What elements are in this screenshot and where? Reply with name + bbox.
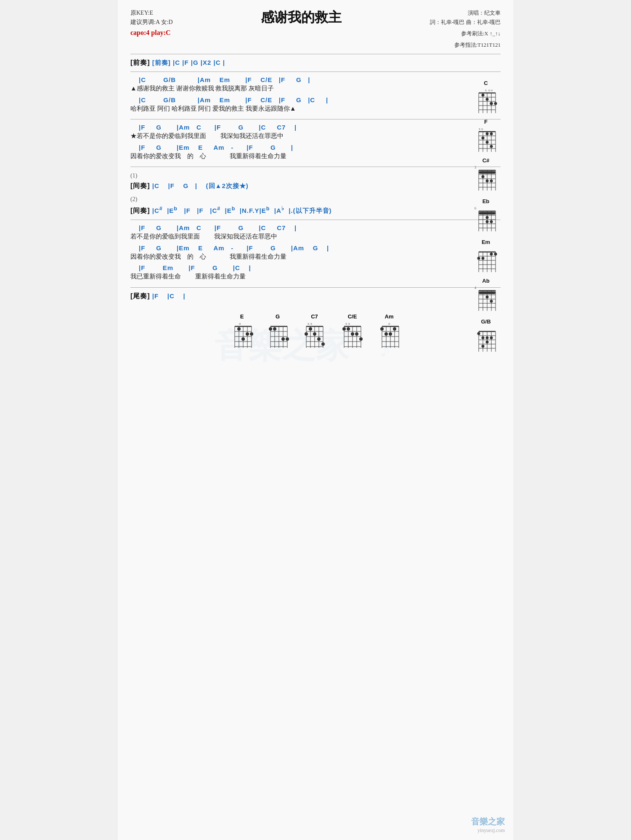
verse1-section: |C G/B |Am Em |F C/E |F G | ▲感谢我的救主 谢谢你救… [130, 76, 501, 115]
svg-point-14 [246, 332, 249, 336]
svg-point-44 [313, 332, 316, 336]
verse1-lyric2: 哈利路亚 阿们 哈利路亚 阿们 爱我的救主 我要永远跟随你▲ [130, 104, 501, 114]
interlude2-bracket: [间奏] [130, 207, 150, 214]
svg-point-60 [355, 332, 358, 336]
verse2-chord2: |F G |Em E Am - |F G |Am G | [130, 244, 501, 252]
svg-point-90 [485, 98, 488, 101]
key-info: 原KEY:E 建议男调:A 女:D capo:4 play:C [130, 8, 173, 38]
svg-point-29 [286, 337, 289, 341]
right-chord-cs-grid: 3 [472, 164, 500, 194]
site-footer: 音樂之家 yinyuezj.com [471, 816, 505, 834]
svg-point-105 [485, 132, 488, 135]
verse1-chord2: |C G/B |Am Em |F C/E |F G |C | [130, 96, 501, 103]
svg-text:x  o o: x o o [485, 88, 493, 92]
header: 原KEY:E 建议男调:A 女:D capo:4 play:C 感谢我的救主 演… [130, 8, 501, 50]
outro-chords: |F |C | [152, 292, 186, 299]
strum1: 参考刷法:X ↑_↑↓ [430, 29, 501, 38]
svg-point-166 [485, 296, 488, 299]
chorus1-row1: |F G |Am C |F G |C C7 | ★若不是你的爱临到我里面 我深知… [130, 124, 501, 143]
svg-point-61 [342, 327, 346, 331]
chord-c7-grid: x x [300, 321, 329, 350]
header-divider [130, 54, 501, 54]
section2-divider [130, 119, 501, 119]
original-key: 原KEY:E [130, 8, 173, 18]
svg-point-122 [481, 175, 484, 178]
svg-point-107 [481, 137, 484, 140]
title-area: 感谢我的救主 [173, 8, 430, 27]
suggest-key: 建议男调:A 女:D [130, 18, 173, 27]
svg-point-59 [351, 332, 354, 336]
chord-am-grid: o [376, 321, 403, 350]
svg-point-183 [481, 345, 484, 348]
chord-e-name: E [240, 313, 244, 320]
svg-rect-136 [479, 212, 496, 215]
right-chord-cs: C# 3 [472, 157, 500, 194]
svg-rect-165 [479, 291, 496, 294]
svg-point-124 [490, 180, 493, 183]
verse1-row1: |C G/B |Am Em |F C/E |F G | ▲感谢我的救主 谢谢你救… [130, 76, 501, 95]
svg-point-62 [359, 337, 363, 341]
svg-point-137 [485, 216, 488, 219]
verse1-chord1: |C G/B |Am Em |F C/E |F G | [130, 76, 501, 83]
capo-info: capo:4 play:C [130, 27, 173, 38]
right-chord-em-grid [472, 246, 500, 273]
svg-rect-121 [479, 171, 496, 174]
right-chord-c: C x o o [472, 80, 500, 114]
svg-text:6: 6 [475, 207, 476, 210]
svg-text:o: o [388, 321, 390, 326]
outro-label: [尾奏] [130, 292, 150, 299]
verse2-chord3: |F Em |F G |C | [130, 264, 501, 271]
svg-point-151 [494, 253, 497, 256]
right-chord-c-grid: x o o [472, 87, 500, 114]
verse2-row3: |F Em |F G |C | 我已重新得着生命 重新得着生命力量 [130, 264, 501, 283]
svg-text:x x: x x [479, 127, 483, 131]
svg-point-58 [347, 327, 350, 331]
right-chord-em-name: Em [482, 239, 490, 245]
chorus1-section: |F G |Am C |F G |C C7 | ★若不是你的爱临到我里面 我深知… [130, 124, 501, 162]
chorus1-row2: |F G |Em E Am - |F G | 因着你的爱改变我 的 心 我重新得… [130, 144, 501, 163]
right-chord-ab-grid: 4 [472, 285, 500, 314]
interlude1-bracket: [间奏] [130, 182, 150, 189]
music-content: [前奏] [前奏] |C |F |G |X2 |C | |C G/B |Am E… [130, 58, 501, 350]
verse2-row2: |F G |Em E Am - |F G |Am G | 因着你的爱改变我 的 … [130, 244, 501, 263]
svg-point-123 [485, 180, 488, 183]
interlude2-label: (2) [130, 195, 501, 204]
right-chord-c-name: C [484, 80, 488, 86]
svg-point-109 [490, 145, 493, 148]
chord-c7: C7 x x [300, 313, 329, 350]
svg-point-106 [490, 132, 493, 135]
chord-am-name: Am [385, 313, 394, 320]
chord-g-grid [264, 321, 292, 350]
chorus1-chord1: |F G |Am C |F G |C C7 | [130, 124, 501, 131]
verse2-chord1: |F G |Am C |F G |C C7 | [130, 224, 501, 231]
chord-e-grid: o [228, 321, 256, 350]
svg-text:3: 3 [475, 166, 476, 170]
svg-point-28 [273, 327, 276, 331]
chord-g: G [264, 313, 292, 350]
svg-point-13 [237, 327, 241, 331]
right-chord-eb-grid: 6 [472, 205, 500, 235]
svg-point-93 [490, 102, 493, 105]
right-chord-ab-name: Ab [482, 278, 489, 284]
right-chord-eb-name: Eb [483, 198, 490, 204]
interlude1-section: (1) [间奏] |C |F G | (回▲2次接★) [130, 171, 501, 191]
verse2-lyric1: 若不是你的爱临到我里面 我深知我还活在罪恶中 [130, 232, 501, 241]
verse1-lyric1: ▲感谢我的救主 谢谢你救赎我 救我脱离那 灰暗日子 [130, 84, 501, 93]
svg-point-139 [485, 220, 488, 223]
svg-point-92 [494, 102, 497, 105]
right-chord-gb-name: G/B [481, 318, 490, 325]
performer: 演唱：纪文車 [430, 8, 501, 18]
svg-point-15 [250, 332, 253, 336]
interlude1-label: (1) [130, 171, 501, 180]
svg-point-182 [485, 341, 488, 344]
right-chord-f: F x x [472, 119, 500, 153]
interlude1-line: [间奏] |C |F G | (回▲2次接★) [130, 182, 501, 191]
right-chord-gb: G/B [472, 318, 500, 353]
section1-divider [130, 72, 501, 72]
section4-divider [130, 220, 501, 220]
song-title: 感谢我的救主 [173, 8, 430, 27]
outro-line: [尾奏] |F |C | [130, 292, 501, 301]
intro-line: [前奏] [前奏] |C |F |G |X2 |C | [130, 58, 501, 67]
svg-point-76 [389, 332, 392, 336]
svg-point-45 [317, 337, 321, 341]
